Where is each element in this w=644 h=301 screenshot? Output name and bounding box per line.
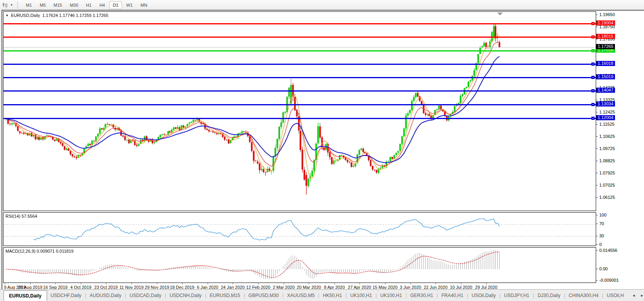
price-tick-label: 1.10625 (599, 134, 615, 139)
chart-tab-gbpusd-m30[interactable]: GBPUSD,M30 (245, 290, 282, 301)
timeframe-button-m15[interactable]: M15 (50, 1, 66, 9)
price-tick-mark (596, 173, 598, 173)
date-tick-mark (157, 283, 157, 284)
date-tick-mark (461, 283, 462, 284)
date-tick-mark (486, 283, 487, 284)
rsi-tick-label: 0 (599, 242, 602, 247)
macd-tick-mark (596, 250, 598, 251)
chart-tab-xauusd-m5[interactable]: XAUUSD,M5 (284, 290, 318, 301)
collapse-icon[interactable]: ▼ (5, 14, 9, 17)
chart-tab-usdcnh-daily[interactable]: USDCNH,Daily (166, 290, 205, 301)
price-tick-mark (596, 100, 598, 100)
price-level-badge: 1.15019 (596, 74, 615, 79)
price-tick-label: 1.07925 (599, 171, 615, 175)
chart-window: ▼ EURUSD,Daily 1.17624 1.17746 1.17255 1… (2, 10, 644, 290)
price-tick-mark (596, 15, 598, 15)
chart-tab-usdchf-daily[interactable]: USDCHF,Daily (47, 290, 85, 301)
date-tick-mark (334, 283, 335, 284)
rsi-tick-label: 100 (599, 213, 606, 217)
date-tick-mark (233, 283, 233, 284)
timeframe-button-w1[interactable]: W1 (123, 1, 137, 9)
price-tick-label: 1.19650 (599, 12, 615, 17)
timeframe-button-mn[interactable]: MN (137, 1, 151, 9)
chart-tab-bar: EURUSD,DailyUSDCHF,Daily|AUDUSD,Daily|US… (0, 289, 644, 301)
price-tick-mark (596, 136, 598, 137)
price-tick-label: 1.11525 (599, 122, 615, 127)
timeframe-button-m5[interactable]: M5 (36, 1, 49, 9)
tab-scroll-right-icon[interactable]: ► (640, 294, 644, 297)
chart-tab-eurusd-m15[interactable]: EURUSD,M15 (206, 290, 244, 301)
rsi-tick-mark (596, 236, 598, 236)
main-chart-panel: ▼ EURUSD,Daily 1.17624 1.17746 1.17255 1… (3, 11, 596, 211)
price-tick-mark (596, 112, 598, 112)
chart-tab-eurusd-daily[interactable]: EURUSD,Daily (4, 290, 47, 301)
price-level-badge: 1.14047 (596, 88, 615, 93)
price-tick-mark (596, 27, 598, 27)
chart-tab-usoil-daily[interactable]: USOil,Daily (468, 290, 499, 301)
price-level-badge: 1.12004 (596, 115, 615, 120)
chart-tab-usdjpy-h1[interactable]: USDJPY,H1 (500, 290, 533, 301)
timeframe-button-d1[interactable]: D1 (109, 1, 122, 9)
macd-axis[interactable]: 0.0145560.00-0.009001 (596, 247, 644, 282)
price-tick-mark (596, 124, 598, 125)
price-level-badge: 1.16018 (596, 61, 615, 66)
chart-title-symbol: EURUSD,Daily (11, 13, 40, 18)
price-chart-canvas[interactable] (4, 12, 596, 211)
rsi-tick-mark (596, 215, 598, 215)
date-tick-mark (208, 283, 208, 284)
chart-tab-uk100-h1[interactable]: UK100,H1 (377, 290, 405, 301)
rsi-axis[interactable]: 10070300 (596, 212, 644, 245)
price-tick-mark (596, 149, 598, 149)
rsi-label: RSI(14) 57.5564 (5, 214, 37, 218)
date-tick-mark (436, 283, 436, 284)
timeframe-toolbar: ▼ M1M5M15M30H1H4D1W1MN (0, 0, 644, 10)
macd-canvas[interactable] (4, 248, 596, 283)
date-tick-mark (258, 283, 259, 284)
price-axis[interactable]: 1.196501.187501.178501.169501.160501.151… (596, 11, 644, 210)
rsi-canvas[interactable] (4, 213, 596, 246)
toolbar-grip[interactable] (17, 2, 18, 8)
timeframe-button-m1[interactable]: M1 (22, 1, 35, 9)
chart-tab-fra40-h1[interactable]: FRA40,H1 (438, 290, 467, 301)
macd-tick-mark (596, 269, 598, 269)
price-tick-label: 1.08825 (599, 158, 615, 163)
tab-scroll-left-icon[interactable]: ◄ (632, 294, 636, 297)
price-tick-mark (596, 161, 598, 161)
chart-type-dropdown-icon[interactable]: ▼ (10, 4, 13, 6)
timeframe-button-h1[interactable]: H1 (82, 1, 95, 9)
price-tick-mark (596, 185, 598, 185)
rsi-tick-label: 30 (599, 233, 604, 238)
price-tick-mark (596, 197, 598, 198)
chart-title-ohlc: 1.17624 1.17746 1.17255 1.17265 (42, 13, 108, 18)
chart-tab-china300-h4[interactable]: CHINA300,H4 (565, 290, 602, 301)
rsi-tick-mark (596, 244, 598, 245)
date-tick-mark (182, 283, 182, 284)
chart-tab-hk50-h1[interactable]: HK50,H1 (319, 290, 346, 301)
macd-tick-label: 0.014556 (599, 248, 617, 253)
chart-tab-dj30-daily[interactable]: DJ30,Daily (534, 290, 564, 301)
price-level-badge: 1.19004 (596, 20, 615, 26)
price-tick-label: 1.12425 (599, 110, 615, 114)
chart-tab-audusd-daily[interactable]: AUDUSD,Daily (86, 290, 125, 301)
price-tick-label: 1.09725 (599, 146, 615, 151)
chart-tab-uk100-h1[interactable]: UK100,H1 (347, 290, 376, 301)
price-tick-label: 1.06125 (599, 195, 615, 200)
date-tick-mark (81, 283, 81, 284)
date-tick-mark (106, 283, 106, 284)
chart-tab-usoil-h[interactable]: USOil,H (603, 290, 627, 301)
price-level-badge: 1.18015 (596, 34, 615, 39)
rsi-tick-label: 70 (599, 221, 604, 226)
macd-tick-label: -0.009001 (599, 278, 619, 283)
chart-tab-ger30-h1[interactable]: GER30,H1 (407, 290, 437, 301)
chart-tab-usdcad-daily[interactable]: USDCAD,Daily (126, 290, 165, 301)
timeframe-button-m30[interactable]: M30 (66, 1, 82, 9)
chart-type-icon[interactable] (2, 2, 9, 8)
price-tick-label: 1.07025 (599, 183, 615, 187)
date-tick-mark (30, 283, 31, 284)
timeframe-button-h4[interactable]: H4 (96, 1, 108, 9)
rsi-panel: RSI(14) 57.5564 10070300 (3, 212, 596, 246)
trading-terminal: ▼ M1M5M15M30H1H4D1W1MN ▼ EURUSD,Daily 1.… (0, 0, 644, 301)
date-tick-mark (385, 283, 385, 284)
date-tick-mark (55, 283, 56, 284)
date-tick-mark (309, 283, 309, 284)
